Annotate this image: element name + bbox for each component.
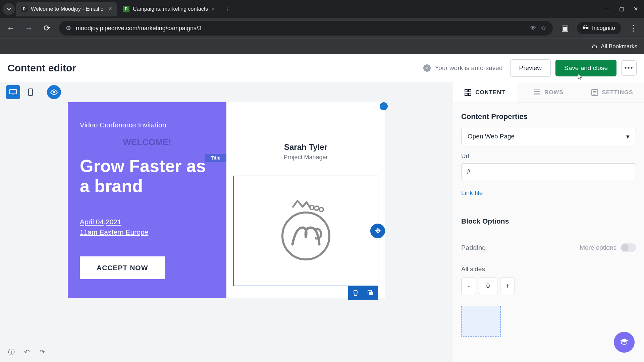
back-button[interactable]: ←	[5, 22, 17, 34]
app-header: Content editor ✓ Your work is auto-saved…	[0, 54, 644, 82]
tab-rows[interactable]: ROWS	[517, 82, 581, 103]
tab-close-icon[interactable]: ×	[211, 5, 215, 12]
welcome-text: WELCOME!	[80, 137, 214, 147]
placeholder-logo-icon	[272, 197, 339, 264]
svg-point-5	[315, 206, 319, 210]
browser-toolbar: ← → ⟳ ⚙ moodjoy.pipedrive.com/marketing/…	[0, 18, 644, 39]
title-badge: Title	[205, 154, 226, 162]
padding-value[interactable]	[479, 278, 497, 294]
svg-rect-10	[469, 89, 471, 92]
email-canvas[interactable]: Video Conference Invitation WELCOME! Tit…	[0, 102, 453, 362]
new-tab-button[interactable]: +	[221, 5, 233, 13]
tab-settings[interactable]: SETTINGS	[580, 82, 644, 103]
close-window-icon[interactable]: ✕	[634, 6, 638, 12]
padding-decrement[interactable]: -	[461, 278, 476, 294]
undo-button[interactable]: ↶	[21, 347, 32, 357]
move-handle[interactable]: ✥	[370, 224, 385, 238]
reload-button[interactable]: ⟳	[41, 22, 53, 34]
canvas-area: Video Conference Invitation WELCOME! Tit…	[0, 82, 453, 362]
chevron-down-icon: ▾	[626, 133, 630, 140]
more-options-toggle-group: More options	[580, 243, 636, 252]
tab-content[interactable]: CONTENT	[453, 82, 517, 103]
browser-tab[interactable]: P Campaigns: marketing contacts ×	[118, 2, 220, 16]
incognito-label: Incognito	[592, 25, 615, 32]
autosave-status: ✓ Your work is auto-saved	[423, 64, 502, 72]
incognito-badge[interactable]: 🕶 Incognito	[577, 22, 621, 34]
tab-label: CONTENT	[475, 89, 505, 96]
event-datetime[interactable]: April 04,2021 11am Eastern Europe	[80, 217, 214, 238]
email-left-column[interactable]: Video Conference Invitation WELCOME! Tit…	[68, 102, 226, 298]
browser-tab-active[interactable]: P Welcome to Moodjoy - Email c ×	[16, 2, 117, 16]
tab-search-button[interactable]	[3, 3, 15, 15]
more-options-toggle[interactable]	[621, 243, 636, 252]
event-date: April 04,2021	[80, 217, 214, 227]
all-bookmarks-link[interactable]: All Bookmarks	[601, 43, 637, 50]
url-label: Url	[461, 153, 636, 160]
panel-tabs: CONTENT ROWS SETTINGS	[453, 82, 644, 103]
tab-favicon: P	[21, 6, 28, 12]
forward-button[interactable]: →	[23, 22, 35, 34]
select-value: Open Web Page	[468, 133, 515, 140]
accept-now-button[interactable]: ACCEPT NOW	[80, 256, 165, 279]
address-bar[interactable]: ⚙ moodjoy.pipedrive.com/marketing/campai…	[59, 21, 553, 36]
delete-block-button[interactable]	[348, 286, 363, 300]
content-properties-title: Content Properties	[461, 112, 636, 121]
event-time: 11am Eastern Europe	[80, 227, 214, 238]
svg-point-6	[319, 207, 323, 212]
headline-text[interactable]: Grow Faster as a brand	[80, 156, 214, 196]
canvas-bottom-toolbar: ⓘ ↶ ↷	[6, 347, 48, 357]
academy-icon	[619, 337, 629, 347]
tab-close-icon[interactable]: ×	[108, 5, 112, 12]
person-role: Project Manager	[233, 154, 378, 161]
padding-stepper: - +	[461, 278, 636, 294]
link-file-link[interactable]: Link file	[461, 189, 483, 197]
maximize-icon[interactable]: ▢	[619, 6, 624, 12]
side-panel-icon[interactable]: ▣	[559, 22, 571, 34]
trash-icon	[353, 289, 359, 296]
help-fab[interactable]	[614, 332, 635, 353]
block-actions	[348, 286, 378, 300]
info-button[interactable]: ⓘ	[6, 347, 17, 357]
bookmark-star-icon[interactable]: ☆	[541, 24, 546, 32]
mobile-view-button[interactable]	[23, 85, 38, 99]
properties-panel: CONTENT ROWS SETTINGS Content Properties…	[453, 82, 644, 362]
app: Content editor ✓ Your work is auto-saved…	[0, 54, 644, 362]
tab-favicon: P	[123, 6, 129, 12]
more-actions-button[interactable]: •••	[621, 60, 637, 76]
svg-rect-12	[469, 93, 471, 96]
chrome-menu-icon[interactable]: ⋮	[627, 22, 639, 34]
eye-icon	[50, 89, 58, 95]
eye-off-icon[interactable]: 👁	[530, 25, 536, 32]
url-input[interactable]	[461, 163, 636, 180]
svg-rect-14	[534, 93, 540, 95]
svg-point-4	[310, 205, 314, 209]
redo-button[interactable]: ↷	[37, 347, 48, 357]
email-right-column[interactable]: Sarah Tyler Project Manager	[226, 102, 385, 298]
padding-increment[interactable]: +	[500, 278, 515, 294]
save-and-close-button[interactable]: Save and close	[555, 60, 616, 76]
minimize-icon[interactable]: —	[604, 6, 610, 12]
svg-rect-9	[465, 89, 467, 92]
person-name: Sarah Tyler	[233, 142, 378, 152]
site-settings-icon[interactable]: ⚙	[66, 24, 71, 32]
settings-list-icon	[591, 89, 598, 96]
window-controls: — ▢ ✕	[604, 6, 641, 12]
duplicate-block-button[interactable]	[363, 286, 378, 300]
padding-preview	[461, 306, 501, 337]
block-options-title: Block Options	[461, 217, 636, 225]
bookmarks-bar: 🗀 All Bookmarks	[0, 39, 644, 54]
svg-point-2	[53, 91, 55, 93]
preview-toggle-button[interactable]	[47, 85, 61, 99]
desktop-view-button[interactable]	[6, 85, 20, 99]
tab-label: ROWS	[544, 89, 564, 96]
divider	[585, 43, 585, 51]
divider	[461, 207, 636, 207]
action-select[interactable]: Open Web Page ▾	[461, 128, 636, 145]
incognito-icon: 🕶	[583, 25, 589, 32]
svg-rect-8	[369, 292, 373, 295]
copy-icon	[367, 289, 374, 296]
device-toolbar	[0, 82, 453, 102]
image-block-selected[interactable]: ✥	[233, 176, 378, 286]
tab-title: Welcome to Moodjoy - Email c	[31, 6, 105, 12]
preview-button[interactable]: Preview	[510, 59, 551, 77]
